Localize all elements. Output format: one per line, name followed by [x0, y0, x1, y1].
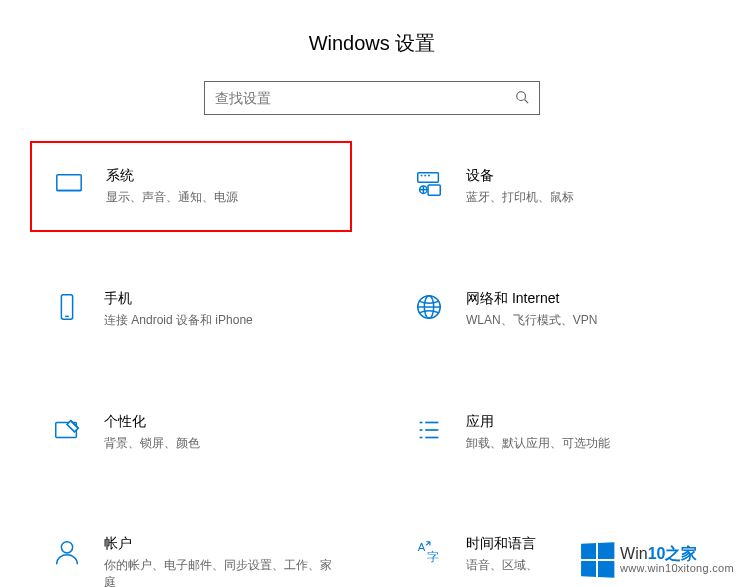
network-icon [412, 290, 446, 324]
page-title: Windows 设置 [0, 0, 744, 81]
tile-phone[interactable]: 手机 连接 Android 设备和 iPhone [30, 278, 352, 341]
tile-desc: 显示、声音、通知、电源 [106, 189, 330, 206]
tile-title: 系统 [106, 167, 330, 185]
tile-desc: WLAN、飞行模式、VPN [466, 312, 694, 329]
watermark-url: www.win10xitong.com [620, 563, 734, 575]
watermark-brand: Win10之家 [620, 546, 734, 563]
tile-title: 手机 [104, 290, 332, 308]
svg-text:字: 字 [427, 551, 439, 565]
tile-title: 设备 [466, 167, 694, 185]
tile-accounts[interactable]: 帐户 你的帐户、电子邮件、同步设置、工作、家庭 [30, 523, 352, 587]
tile-desc: 你的帐户、电子邮件、同步设置、工作、家庭 [104, 557, 332, 587]
search-container [0, 81, 744, 115]
tile-desc: 连接 Android 设备和 iPhone [104, 312, 332, 329]
svg-line-1 [525, 99, 529, 103]
tile-system[interactable]: 系统 显示、声音、通知、电源 [30, 141, 352, 232]
search-input[interactable] [215, 90, 515, 106]
tile-title: 网络和 Internet [466, 290, 694, 308]
system-icon [52, 167, 86, 201]
svg-point-25 [61, 542, 72, 553]
watermark: Win10之家 www.win10xitong.com [580, 543, 734, 577]
accounts-icon [50, 535, 84, 569]
tile-network[interactable]: 网络和 Internet WLAN、飞行模式、VPN [392, 278, 714, 341]
svg-rect-4 [418, 173, 439, 182]
search-box[interactable] [204, 81, 540, 115]
svg-rect-2 [57, 175, 81, 191]
time-language-icon: A 字 [412, 535, 446, 569]
tile-title: 应用 [466, 413, 694, 431]
phone-icon [50, 290, 84, 324]
tile-desc: 背景、锁屏、颜色 [104, 435, 332, 452]
windows-logo-icon [581, 542, 614, 578]
tile-devices[interactable]: 设备 蓝牙、打印机、鼠标 [392, 155, 714, 218]
apps-icon [412, 413, 446, 447]
tile-title: 帐户 [104, 535, 332, 553]
tile-apps[interactable]: 应用 卸载、默认应用、可选功能 [392, 401, 714, 464]
svg-rect-8 [428, 185, 440, 195]
settings-grid: 系统 显示、声音、通知、电源 设备 蓝牙、打印机、鼠标 手机 [0, 155, 744, 587]
tile-personalization[interactable]: 个性化 背景、锁屏、颜色 [30, 401, 352, 464]
svg-point-0 [517, 91, 526, 100]
personalization-icon [50, 413, 84, 447]
tile-title: 个性化 [104, 413, 332, 431]
svg-rect-12 [61, 295, 72, 319]
svg-text:A: A [418, 541, 426, 553]
devices-icon [412, 167, 446, 201]
tile-desc: 蓝牙、打印机、鼠标 [466, 189, 694, 206]
tile-desc: 卸载、默认应用、可选功能 [466, 435, 694, 452]
search-icon [515, 90, 529, 107]
